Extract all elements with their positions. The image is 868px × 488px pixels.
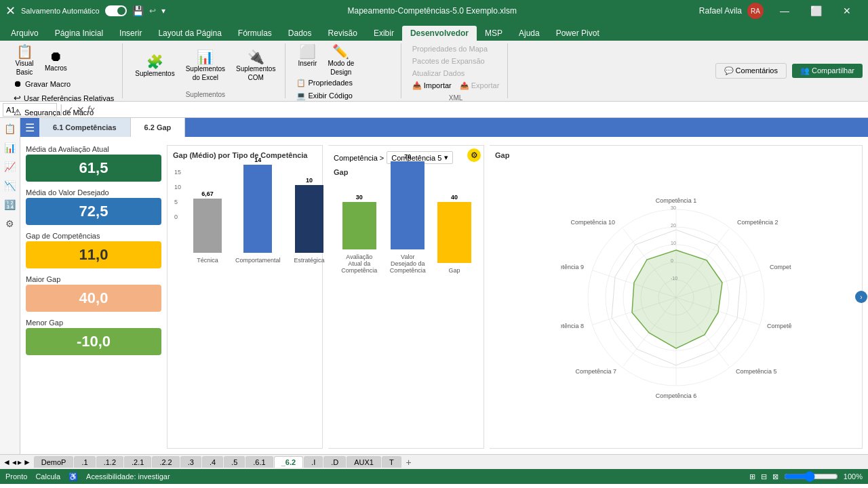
bar-desejado-label: Valor Desejado da Competência xyxy=(389,253,427,274)
tab-arquivo[interactable]: Arquivo xyxy=(3,26,47,41)
macros-button[interactable]: ⏺ Macros xyxy=(41,48,71,73)
propriedades-mapa-button[interactable]: Propriedades do Mapa xyxy=(410,43,490,54)
svg-text:10: 10 xyxy=(671,241,676,245)
cross-icon[interactable]: ✕ xyxy=(77,104,85,115)
tab-layout[interactable]: Layout da Página xyxy=(150,26,229,41)
layout-normal-icon[interactable]: ⊞ xyxy=(749,472,755,481)
chart-settings-icon[interactable]: ⚙ xyxy=(467,148,481,162)
bar-tecnica-rect xyxy=(193,199,222,253)
hamburger-icon[interactable]: ☰ xyxy=(20,118,39,137)
undo-icon[interactable]: ↩ xyxy=(149,6,156,16)
tab-ajuda[interactable]: Ajuda xyxy=(511,26,548,41)
sheet-tab-61[interactable]: .6.1 xyxy=(245,456,273,468)
layout-preview-icon[interactable]: ⊠ xyxy=(772,472,778,481)
propriedades-button[interactable]: 📋 Propriedades xyxy=(294,77,395,89)
bar-avaliacao-value: 30 xyxy=(356,194,363,201)
sheet-tab-aux1[interactable]: AUX1 xyxy=(347,456,381,468)
sidebar-icon-5[interactable]: 🔢 xyxy=(2,197,18,213)
tab-dados[interactable]: Dados xyxy=(280,26,320,41)
maximize-button[interactable]: ⬜ xyxy=(800,0,831,22)
ribbon-right-area: 💬 Comentários 👥 Compartilhar xyxy=(715,43,863,98)
tab-pagina-inicial[interactable]: Página Inicial xyxy=(47,26,111,41)
formula-input[interactable] xyxy=(98,103,865,117)
kpi-media-atual-value: 61,5 xyxy=(79,159,108,177)
sidebar-icon-1[interactable]: 📋 xyxy=(2,121,18,137)
tab-power-pivot[interactable]: Power Pivot xyxy=(548,26,608,41)
sheet-tab-62[interactable]: _6.2 xyxy=(274,456,303,468)
minimize-button[interactable]: — xyxy=(769,0,800,22)
tab-msp[interactable]: MSP xyxy=(477,26,511,41)
ribbon-group-codigo: 📋 Visual Basic ⏺ Macros ⏺ Gravar Macro ↩… xyxy=(5,43,123,98)
fx-icon[interactable]: fx xyxy=(87,104,95,115)
sidebar-icon-2[interactable]: 📊 xyxy=(2,140,18,156)
exportar-button[interactable]: 📤 Exportar xyxy=(457,80,502,92)
sheet-tab-i[interactable]: .I xyxy=(304,456,323,468)
sheet-nav-right[interactable]: ► xyxy=(23,458,31,467)
tab-exibir[interactable]: Exibir xyxy=(366,26,402,41)
design-mode-icon: ✏️ xyxy=(332,45,349,58)
gravar-macro-button[interactable]: ⏺ Gravar Macro xyxy=(11,77,117,90)
sheet-tab-5[interactable]: .5 xyxy=(224,456,245,468)
competencia-label: Competência > xyxy=(334,154,384,162)
sheet-tab-1[interactable]: .1 xyxy=(74,456,95,468)
visual-basic-button[interactable]: 📋 Visual Basic xyxy=(11,43,38,77)
sheet-tab-12[interactable]: .1.2 xyxy=(96,456,123,468)
radar-title: Gap xyxy=(495,151,856,159)
modo-design-button[interactable]: ✏️ Modo de Design xyxy=(323,43,358,77)
tab-desenvolvedor[interactable]: Desenvolvedor xyxy=(402,26,477,41)
comments-button[interactable]: 💬 Comentários xyxy=(715,63,787,79)
autosave-toggle[interactable] xyxy=(105,5,127,16)
kpi-gap-competencias-box: 11,0 xyxy=(26,241,161,268)
scroll-indicator[interactable]: › xyxy=(855,291,867,303)
add-sheet-button[interactable]: + xyxy=(402,455,416,469)
sheet-tab-d[interactable]: .D xyxy=(323,456,346,468)
sheet-nav-right2[interactable]: ▸ xyxy=(18,458,22,467)
sheet-tab-t[interactable]: T xyxy=(382,456,401,468)
sheet-tab-competencias[interactable]: 6.1 Competências xyxy=(39,118,131,137)
tab-formulas[interactable]: Fórmulas xyxy=(230,26,280,41)
sheet-tab-21[interactable]: .2.1 xyxy=(124,456,151,468)
bar-estrategica: 10 Estratégica xyxy=(294,177,325,264)
suplementos-excel-button[interactable]: 📊 Suplementos do Excel xyxy=(182,49,229,83)
share-button[interactable]: 👥 Compartilhar xyxy=(792,64,863,78)
close-button[interactable]: ✕ xyxy=(831,0,863,22)
suplementos-com-button[interactable]: 🔌 Suplementos COM xyxy=(232,49,279,83)
svg-text:Competência 2: Competência 2 xyxy=(737,219,778,226)
atualizar-dados-button[interactable]: Atualizar Dados xyxy=(410,68,490,79)
suplementos-button[interactable]: 🧩 Suplementos xyxy=(131,54,178,79)
dashboard-inner: Média da Avaliação Atual 61,5 Média do V… xyxy=(26,145,863,449)
zoom-slider[interactable] xyxy=(784,471,838,482)
sidebar-icon-6[interactable]: ⚙ xyxy=(2,216,18,232)
inserir-controle-button[interactable]: ⬜ Inserir xyxy=(294,43,321,77)
user-avatar: RA xyxy=(747,3,764,19)
bar-estrategica-label: Estratégica xyxy=(294,257,325,264)
sheet-nav-left[interactable]: ◄ xyxy=(3,458,11,467)
sidebar-icon-4[interactable]: 📉 xyxy=(2,178,18,194)
com-icon: 🔌 xyxy=(248,50,264,64)
exibir-codigo-button[interactable]: 💻 Exibir Código xyxy=(294,90,395,102)
sheet-tab-gap[interactable]: 6.2 Gap xyxy=(131,118,186,137)
save-icon[interactable]: 💾 xyxy=(132,5,144,16)
sheet-tab-4[interactable]: .4 xyxy=(202,456,223,468)
cell-reference[interactable]: A1 xyxy=(3,103,57,117)
user-name: Rafael Avila xyxy=(699,6,742,16)
bar-gap-label: Gap xyxy=(448,267,460,274)
kpi-maior-gap-box: 40,0 xyxy=(26,285,161,312)
importar-button[interactable]: 📥 Importar xyxy=(410,80,454,92)
sheet-tab-22[interactable]: .2.2 xyxy=(152,456,179,468)
checkmark-icon[interactable]: ✓ xyxy=(66,104,74,115)
tab-revisao[interactable]: Revisão xyxy=(320,26,366,41)
svg-text:30: 30 xyxy=(671,205,676,210)
sidebar-icon-3[interactable]: 📈 xyxy=(2,159,18,175)
layout-page-icon[interactable]: ⊟ xyxy=(761,472,767,481)
sheet-tab-demop[interactable]: DemoP xyxy=(34,456,74,468)
tab-inserir[interactable]: Inserir xyxy=(111,26,150,41)
more-icon[interactable]: ▾ xyxy=(161,6,165,16)
ribbon-group-xml: Propriedades do Mapa Pacotes de Expansão… xyxy=(404,43,509,98)
controles-main: ⬜ Inserir ✏️ Modo de Design xyxy=(294,43,358,77)
sheet-tab-3[interactable]: .3 xyxy=(180,456,201,468)
formula-icons: ✓ ✕ fx xyxy=(66,104,95,115)
pacotes-expansao-button[interactable]: Pacotes de Expansão xyxy=(410,56,490,66)
sheet-nav-tabs: ☰ 6.1 Competências 6.2 Gap xyxy=(20,118,868,137)
sheet-nav-left2[interactable]: ◂ xyxy=(12,458,16,467)
